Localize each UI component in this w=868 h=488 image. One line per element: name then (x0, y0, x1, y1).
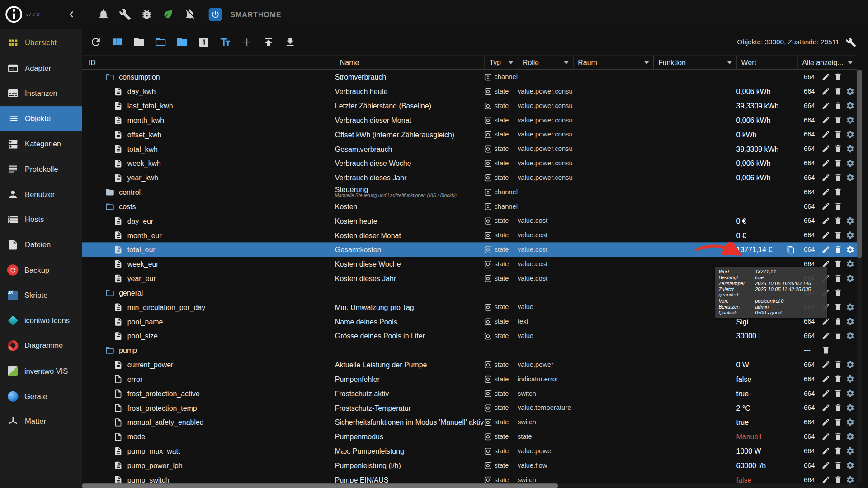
cell-value[interactable]: true (736, 415, 797, 429)
cell-value[interactable]: false (736, 372, 797, 386)
object-row-total_kwh[interactable]: total_kwhGesamtverbrauchstatevalue.power… (82, 141, 857, 156)
object-row-week_kwh[interactable]: week_kwhVerbrauch diese Wochestatevalue.… (82, 156, 857, 170)
cell-value[interactable]: 39,3309 kWh (736, 141, 797, 156)
settings-gear-icon[interactable] (846, 331, 855, 340)
cell-value[interactable] (736, 70, 797, 84)
delete-icon[interactable] (834, 404, 843, 413)
settings-gear-icon[interactable] (846, 360, 855, 369)
delete-icon[interactable] (834, 101, 843, 110)
delete-icon[interactable] (834, 231, 843, 240)
sidebar-item-geraete[interactable]: Geräte (0, 384, 82, 409)
delete-icon[interactable] (834, 116, 843, 125)
object-row-frost_protection_active[interactable]: frost_protection_activeFrostschutz aktiv… (82, 386, 857, 401)
delete-icon[interactable] (834, 375, 843, 384)
column-header-role[interactable]: Rolle (518, 56, 573, 69)
object-row-control[interactable]: controlSteuerungManuelle Steuerung und L… (82, 185, 857, 199)
object-row-last_total_kwh[interactable]: last_total_kwhLetzter Zählerstand (Basel… (82, 99, 857, 113)
delete-icon[interactable] (834, 418, 843, 427)
edit-icon[interactable] (821, 145, 830, 154)
download-button[interactable] (284, 35, 297, 48)
object-row-error[interactable]: errorPumpenfehlerstateindicator.errorfal… (82, 372, 857, 386)
edit-icon[interactable] (821, 375, 830, 384)
edit-icon[interactable] (821, 404, 830, 413)
column-header-value[interactable]: Wert (736, 56, 797, 69)
object-row-pump_power_lph[interactable]: pump_power_lphPumpenleistung (l/h)statev… (82, 458, 857, 473)
object-row-manual_safety_enabled[interactable]: manual_safety_enabledSicherheitsfunktion… (82, 415, 857, 429)
settings-gear-icon[interactable] (846, 87, 855, 96)
columns-config-button[interactable] (846, 35, 859, 48)
settings-gear-icon[interactable] (846, 159, 855, 168)
delete-icon[interactable] (834, 87, 843, 96)
settings-gear-icon[interactable] (846, 231, 855, 240)
text-fields-button[interactable] (219, 35, 232, 48)
object-row-costs[interactable]: costsKostenchannel664 (82, 199, 857, 214)
columns-button[interactable] (111, 35, 124, 48)
sidebar-item-backup[interactable]: Backup (0, 258, 82, 283)
object-row-consumption[interactable]: consumptionStromverbrauchchannel664 (82, 70, 857, 84)
settings-gear-icon[interactable] (846, 173, 855, 182)
settings-gear-icon[interactable] (846, 259, 855, 268)
delete-icon[interactable] (834, 274, 843, 283)
edit-icon[interactable] (821, 317, 830, 326)
column-header-id[interactable]: ID (82, 56, 335, 69)
cell-value[interactable]: true (736, 386, 797, 401)
edit-icon[interactable] (821, 360, 830, 369)
vertical-scrollbar[interactable] (857, 70, 862, 483)
upload-button[interactable] (262, 35, 275, 48)
object-row-month_kwh[interactable]: month_kwhVerbrauch dieser Monatstatevalu… (82, 113, 857, 127)
sidebar-item-dateien[interactable]: Dateien (0, 232, 82, 258)
object-row-total_eur[interactable]: total_eurGesamtkostenstatevalue.cost1377… (82, 242, 857, 257)
vertical-scrollbar-thumb[interactable] (857, 70, 862, 258)
object-row-mode[interactable]: modePumpenmodusstatestateManuell664 (82, 429, 857, 444)
delete-icon[interactable] (834, 288, 843, 297)
edit-icon[interactable] (821, 116, 830, 125)
show-all-filter-dropdown[interactable]: Alle anzeig... (797, 56, 857, 69)
edit-icon[interactable] (821, 130, 830, 139)
object-row-offset_kwh[interactable]: offset_kwhOffset kWh (interner Zähleraus… (82, 127, 857, 142)
settings-gear-icon[interactable] (846, 446, 855, 455)
cell-value[interactable]: 2 °C (736, 401, 797, 415)
wrench-button[interactable] (119, 8, 132, 21)
horizontal-scrollbar-thumb[interactable] (82, 483, 558, 488)
sidebar-item-objekte[interactable]: Objekte (0, 106, 82, 131)
object-row-current_power[interactable]: current_powerAktuelle Leistung der Pumpe… (82, 357, 857, 372)
bell-off-button[interactable] (184, 8, 197, 21)
object-row-pump[interactable]: pump--- (82, 343, 857, 357)
cell-value[interactable] (736, 343, 797, 357)
delete-icon[interactable] (834, 303, 843, 312)
cell-value[interactable]: 0,006 kWh (736, 170, 797, 185)
delete-icon[interactable] (834, 360, 843, 369)
column-header-function[interactable]: Funktion (653, 56, 736, 69)
settings-gear-icon[interactable] (846, 461, 855, 470)
delete-icon[interactable] (821, 346, 830, 355)
sidebar-item-benutzer[interactable]: Benutzer (0, 182, 82, 207)
collapse-sidebar-button[interactable] (65, 8, 78, 21)
delete-icon[interactable] (834, 331, 843, 340)
sidebar-item-instanzen[interactable]: Instanzen (0, 81, 82, 106)
sidebar-item-matter[interactable]: Matter (0, 409, 82, 434)
horizontal-scrollbar[interactable] (82, 483, 857, 488)
folder-open-button[interactable] (155, 35, 168, 48)
edit-icon[interactable] (821, 173, 830, 182)
column-header-type[interactable]: Typ (484, 56, 517, 69)
object-row-month_eur[interactable]: month_eurKosten dieser Monatstatevalue.c… (82, 228, 857, 242)
settings-gear-icon[interactable] (846, 130, 855, 139)
cell-value[interactable]: Manuell (736, 429, 797, 444)
edit-icon[interactable] (821, 188, 830, 197)
delete-icon[interactable] (834, 475, 843, 484)
sidebar-item-inventwo-vis[interactable]: inventwo VIS (0, 358, 82, 384)
sidebar-item-hosts[interactable]: Hosts (0, 207, 82, 232)
delete-icon[interactable] (834, 188, 843, 197)
settings-gear-icon[interactable] (846, 274, 855, 283)
sidebar-item-diagramme[interactable]: Diagramme (0, 333, 82, 358)
refresh-button[interactable] (90, 35, 103, 48)
delete-icon[interactable] (834, 159, 843, 168)
cell-value[interactable]: 13771,14 € (736, 242, 797, 257)
delete-icon[interactable] (834, 432, 843, 441)
settings-gear-icon[interactable] (846, 116, 855, 125)
cell-value[interactable]: 0,006 kWh (736, 156, 797, 170)
cell-value[interactable]: 39,3309 kWh (736, 99, 797, 113)
object-row-year_kwh[interactable]: year_kwhVerbrauch dieses Jahrstatevalue.… (82, 170, 857, 185)
edit-icon[interactable] (821, 446, 830, 455)
bug-button[interactable] (141, 8, 154, 21)
